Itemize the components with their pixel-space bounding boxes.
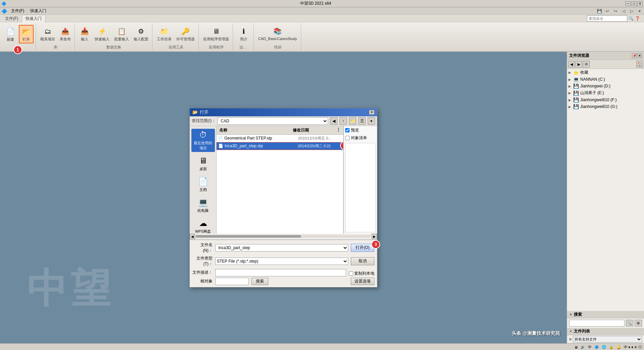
search-row: 🔍 ⚙ xyxy=(567,318,644,328)
panel-search-config-button[interactable]: ⚙ xyxy=(635,320,642,326)
settings-button[interactable]: 设置选项 xyxy=(351,278,374,285)
object-list-label: 对象清单 xyxy=(351,135,367,141)
table-row[interactable]: 📄 Geometrical Part STEP.stp 2010/12/10/周… xyxy=(217,135,343,142)
panel-spacer xyxy=(567,110,644,311)
status-right: 🖥 🔊 中 🔷 🌐 🔒 🔔 中 ♦ ♦ ⊕ ◎ xyxy=(574,345,642,350)
status-icon-5: 🌐 xyxy=(602,345,606,349)
tree-item-shanrun[interactable]: ▶ 💾 山润果子 (E:) xyxy=(567,89,644,96)
object-list-checkbox[interactable] xyxy=(345,136,350,140)
ribbon-tab-file[interactable]: 文件(F) xyxy=(1,15,22,22)
open-button[interactable]: 📂 打开 xyxy=(19,25,34,43)
filelist-collapse-arrow[interactable]: ▼ xyxy=(569,329,572,333)
preview-checkbox[interactable] xyxy=(345,128,350,132)
dialog-new-folder-button[interactable]: 📁 xyxy=(349,117,356,125)
import-label: 输入 xyxy=(81,37,88,42)
filetype-select[interactable]: STEP File (*.stp;*.step) xyxy=(215,258,348,265)
panel-pin-button[interactable]: 📌 xyxy=(632,53,637,58)
undo-icon[interactable]: ↩ xyxy=(604,8,610,14)
sidebar-item-docs[interactable]: 📄 文档 xyxy=(191,176,215,194)
more-qa-icon[interactable]: ▾ xyxy=(637,8,643,14)
copy-local-checkbox[interactable] xyxy=(349,271,353,276)
back-icon[interactable]: ◁ xyxy=(620,8,627,14)
panel-refresh-button[interactable]: ⟳ xyxy=(583,61,590,68)
panel-forward-button[interactable]: ▶ xyxy=(576,61,582,68)
scroll-right-button[interactable]: ▶ xyxy=(372,234,377,239)
scroll-left-button[interactable]: ◀ xyxy=(190,234,195,239)
ribbon-buttons-tools: 📁 工作目录 🔑 许可管理器 xyxy=(155,25,196,43)
dialog-view-more-button[interactable]: ▾ xyxy=(368,117,375,125)
file-label-2: Inca3D_part_step.stp xyxy=(225,144,263,148)
sidebar-item-wps[interactable]: ☁ WPS网盘 xyxy=(191,217,215,235)
app-mgr-button[interactable]: 🖥 应用程序管理器 xyxy=(201,25,231,43)
dialog-view-button[interactable]: ☰ xyxy=(358,117,366,125)
dialog-back-button[interactable]: ◀ xyxy=(330,117,337,125)
ribbon-tab-quickstart[interactable]: 快速入门 xyxy=(22,15,45,23)
drive-e-icon: 💾 xyxy=(573,90,579,96)
search-root-btn[interactable]: 搜索 xyxy=(251,278,268,285)
tree-item-nannan[interactable]: ▶ 💻 NANNAN (C:) xyxy=(567,76,644,83)
description-row: 文件描述： xyxy=(192,269,346,276)
dialog-up-button[interactable]: ↑ xyxy=(339,117,347,125)
search-command-icon[interactable]: 🔍 xyxy=(629,16,634,21)
minimize-button[interactable]: ─ xyxy=(625,1,631,6)
status-icon-1: 🖥 xyxy=(574,345,578,349)
tree-item-jianhongwei-f[interactable]: ▶ 💾 Jianhongwei810 (F:) xyxy=(567,96,644,103)
extra-fields-row: 文件描述： 根对象 搜索 xyxy=(192,269,374,285)
cancel-button[interactable]: 取消 xyxy=(351,257,374,265)
batch-import-button[interactable]: 📋 批量输入 xyxy=(112,25,131,43)
help-icon[interactable]: ❓ xyxy=(635,16,640,21)
fast-import-button[interactable]: ⚡ 快速输入 xyxy=(93,25,111,43)
tree-item-favorites[interactable]: ▶ ⭐ 收藏 xyxy=(567,69,644,76)
close-button[interactable]: ✕ xyxy=(637,1,643,6)
tree-item-jianhongwei-g[interactable]: ▶ 💾 Jianhongwei810 (G:) xyxy=(567,103,644,110)
publish-button[interactable]: 📤 库发布 xyxy=(58,25,73,43)
model-lib-button[interactable]: 🗂 模具项目 xyxy=(39,25,57,43)
workdir-button[interactable]: 📁 工作目录 xyxy=(155,25,173,43)
import-config-button[interactable]: ⚙ 输入配置 xyxy=(132,25,150,43)
menu-file[interactable]: 文件(F) xyxy=(9,7,26,14)
menu-quickstart[interactable]: 快速入门 xyxy=(28,7,48,14)
filelist-type-select[interactable]: 所有支持文件 xyxy=(573,336,642,343)
license-button[interactable]: 🔑 许可管理器 xyxy=(175,25,196,43)
import-button[interactable]: 📥 输入 xyxy=(78,25,92,43)
scroll-track[interactable] xyxy=(196,235,371,238)
command-search-input[interactable] xyxy=(587,15,627,22)
new-icon: 📄 xyxy=(5,26,16,37)
dialog-close-button[interactable]: ✕ xyxy=(369,110,374,115)
intro-button[interactable]: ℹ 简介 xyxy=(237,25,251,43)
app-mgr-label: 应用程序管理器 xyxy=(203,37,229,42)
save-icon[interactable]: 💾 xyxy=(596,8,602,14)
col-date-header: 修改日期 xyxy=(291,127,335,134)
filelist-section-header: ▼ 文件列表 xyxy=(567,328,644,335)
table-row[interactable]: 📄 Inca3D_part_step.stp 2014/2/25/周二 0:21… xyxy=(217,142,343,150)
panel-search-button[interactable]: 🔍 xyxy=(626,320,633,326)
redo-icon[interactable]: ↪ xyxy=(612,8,618,14)
ribbon-buttons-library: 🗂 模具项目 📤 库发布 xyxy=(39,25,73,43)
panel-close-button[interactable]: ✕ xyxy=(637,53,642,58)
tree-arrow-nannan: ▶ xyxy=(568,78,572,81)
location-select[interactable]: CAD xyxy=(218,117,328,125)
docs-label: 文档 xyxy=(199,187,207,192)
tree-item-jianhongwei-d[interactable]: ▶ 💾 Jianhongwei (D:) xyxy=(567,83,644,89)
panel-back-button[interactable]: ◀ xyxy=(568,61,575,68)
panel-home-button[interactable]: 🏠 xyxy=(636,61,643,68)
forward-icon[interactable]: ▷ xyxy=(629,8,635,14)
maximize-button[interactable]: □ xyxy=(631,1,637,6)
open-button[interactable]: 打开(O) 3 xyxy=(351,244,374,252)
description-input[interactable] xyxy=(215,269,346,276)
panel-search-input[interactable] xyxy=(569,320,625,326)
sidebar-item-recent[interactable]: ⏱ 最近使用的项目 xyxy=(191,129,215,152)
ribbon-buttons-data: 📥 输入 ⚡ 快速输入 📋 批量输入 ⚙ 输入配置 xyxy=(78,25,150,43)
fast-import-icon: ⚡ xyxy=(97,26,107,37)
recent-label: 最近使用的项目 xyxy=(193,141,213,151)
root-obj-input[interactable] xyxy=(215,278,249,285)
filename-select[interactable]: Inca3D_part_step xyxy=(215,244,348,251)
new-button[interactable]: 📄 新建 xyxy=(3,25,17,43)
search-command-area: 🔍 ❓ xyxy=(587,15,643,22)
dialog-title-text: 📂 打开 xyxy=(192,109,209,115)
training-button[interactable]: 📚 CAD_BasicCasesStudy xyxy=(257,25,299,42)
search-collapse-arrow[interactable]: ▼ xyxy=(569,313,572,316)
apps-group-label: 应用程序 xyxy=(209,44,224,50)
sidebar-item-desktop[interactable]: 🖥 桌面 xyxy=(191,155,215,173)
sidebar-item-computer[interactable]: 💻 此电脑 xyxy=(191,196,215,215)
